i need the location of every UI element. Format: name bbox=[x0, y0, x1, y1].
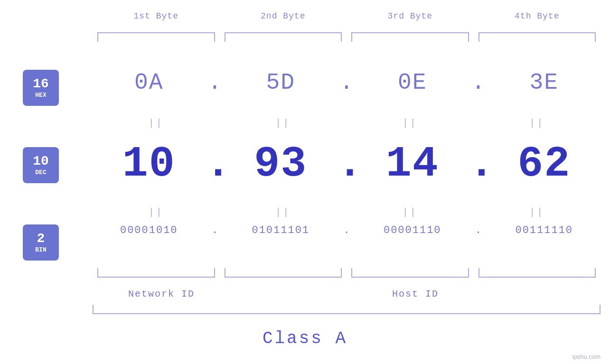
eq-col-2-2: || bbox=[220, 207, 347, 218]
eq-col-2-3: || bbox=[347, 207, 474, 218]
bottom-bracket-line-1 bbox=[97, 268, 215, 278]
badge-bin: 2 BIN bbox=[23, 224, 59, 261]
dec-val-2: 93 bbox=[225, 140, 338, 188]
byte-header-4: 4th Byte bbox=[515, 11, 559, 21]
dec-val-3: 14 bbox=[356, 140, 469, 188]
dec-dot-3: . bbox=[469, 140, 488, 188]
eq-col-1-3: || bbox=[347, 118, 474, 129]
eq-col-1-1: || bbox=[93, 118, 220, 129]
bin-val-2: 01011101 bbox=[225, 224, 338, 236]
badge-bin-label: BIN bbox=[35, 246, 46, 253]
top-bracket-line-1 bbox=[97, 32, 215, 42]
hex-dot-1: . bbox=[206, 70, 225, 95]
badge-dec-num: 10 bbox=[33, 155, 49, 168]
badge-hex-num: 16 bbox=[33, 77, 49, 91]
badge-dec: 10 DEC bbox=[23, 147, 59, 183]
badge-hex: 16 HEX bbox=[23, 70, 59, 106]
top-bracket-1 bbox=[93, 32, 220, 42]
badge-dec-label: DEC bbox=[35, 169, 46, 176]
hex-row: 0A . 5D . 0E . 3E bbox=[93, 70, 601, 95]
bin-dot-3: . bbox=[469, 224, 488, 236]
bin-val-1: 00001010 bbox=[93, 224, 206, 236]
top-bracket-line-4 bbox=[479, 32, 596, 42]
badge-hex-label: HEX bbox=[35, 92, 46, 99]
bottom-brackets bbox=[93, 268, 601, 278]
hex-val-1: 0A bbox=[93, 70, 206, 95]
byte-header-2: 2nd Byte bbox=[261, 11, 305, 21]
hex-val-3: 0E bbox=[356, 70, 469, 95]
dec-val-1: 10 bbox=[93, 140, 206, 188]
top-bracket-2 bbox=[220, 32, 347, 42]
top-bracket-4 bbox=[474, 32, 601, 42]
hex-val-4: 3E bbox=[488, 70, 601, 95]
full-bracket bbox=[93, 305, 601, 314]
hex-dot-3: . bbox=[469, 70, 488, 95]
bottom-bracket-2 bbox=[220, 268, 347, 278]
class-label: Class A bbox=[0, 329, 610, 348]
bottom-bracket-line-2 bbox=[225, 268, 342, 278]
byte-col-4: 4th Byte bbox=[474, 11, 601, 21]
id-labels: Network ID Host ID bbox=[93, 289, 601, 299]
hex-dot-2: . bbox=[337, 70, 356, 95]
byte-headers: 1st Byte 2nd Byte 3rd Byte 4th Byte bbox=[93, 11, 601, 21]
bin-val-3: 00001110 bbox=[356, 224, 469, 236]
byte-col-3: 3rd Byte bbox=[347, 11, 474, 21]
bottom-bracket-line-3 bbox=[351, 268, 469, 278]
eq-col-1-4: || bbox=[474, 118, 601, 129]
top-bracket-line-2 bbox=[225, 32, 342, 42]
byte-col-1: 1st Byte bbox=[93, 11, 220, 21]
dec-row: 10 . 93 . 14 . 62 bbox=[93, 140, 601, 188]
dec-dot-1: . bbox=[206, 140, 225, 188]
eq-col-2-1: || bbox=[93, 207, 220, 218]
dec-val-4: 62 bbox=[488, 140, 601, 188]
top-brackets bbox=[93, 32, 601, 42]
bin-val-4: 00111110 bbox=[488, 224, 601, 236]
bottom-bracket-3 bbox=[347, 268, 474, 278]
bottom-bracket-4 bbox=[474, 268, 601, 278]
top-bracket-line-3 bbox=[351, 32, 469, 42]
bin-dot-2: . bbox=[337, 224, 356, 236]
bottom-bracket-1 bbox=[93, 268, 220, 278]
main-container: 16 HEX 10 DEC 2 BIN 1st Byte 2nd Byte 3r… bbox=[0, 0, 610, 364]
hex-val-2: 5D bbox=[225, 70, 338, 95]
dec-dot-2: . bbox=[337, 140, 356, 188]
byte-header-3: 3rd Byte bbox=[388, 11, 432, 21]
top-bracket-3 bbox=[347, 32, 474, 42]
byte-col-2: 2nd Byte bbox=[220, 11, 347, 21]
eq-col-1-2: || bbox=[220, 118, 347, 129]
badge-bin-num: 2 bbox=[37, 232, 45, 245]
eq-col-2-4: || bbox=[474, 207, 601, 218]
network-id-label: Network ID bbox=[93, 289, 230, 299]
byte-header-1: 1st Byte bbox=[134, 11, 178, 21]
watermark: ipshu.com bbox=[572, 353, 601, 360]
eq-row-1: || || || || bbox=[93, 118, 601, 129]
eq-row-2: || || || || bbox=[93, 207, 601, 218]
bottom-bracket-line-4 bbox=[479, 268, 596, 278]
host-id-label: Host ID bbox=[230, 289, 601, 299]
bin-dot-1: . bbox=[206, 224, 225, 236]
bin-row: 00001010 . 01011101 . 00001110 . 0011111… bbox=[93, 224, 601, 236]
